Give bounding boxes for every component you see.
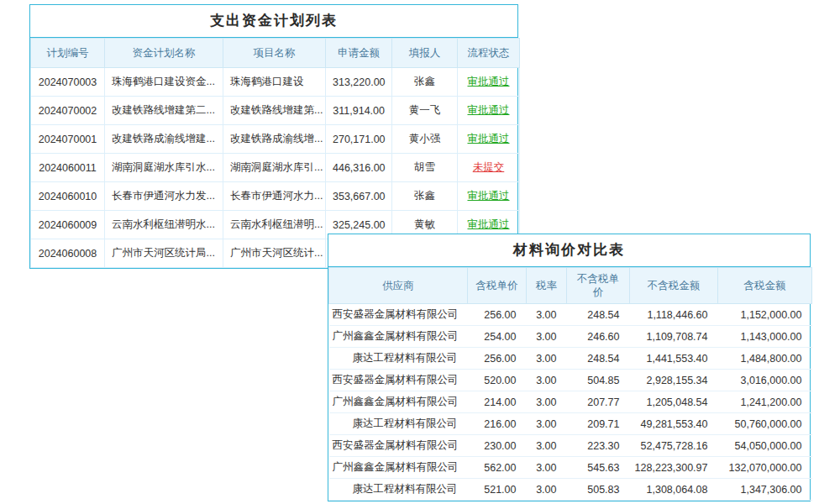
- material-panel-title: 材料询价对比表: [328, 234, 810, 267]
- column-header-tax-rate: 税率: [527, 268, 567, 304]
- tax-rate-value: 3.00: [527, 479, 567, 501]
- column-header-project-name: 项目名称: [223, 39, 326, 68]
- plan-id-link[interactable]: 2024060010: [31, 182, 105, 211]
- net-unit-price-value: 223.30: [567, 435, 630, 457]
- column-header-unit-price: 含税单价: [468, 268, 527, 304]
- unit-price-value: 254.00: [468, 326, 527, 348]
- supplier-name-link[interactable]: 康达工程材料有限公司: [329, 479, 468, 501]
- supplier-name-link[interactable]: 西安盛器金属材料有限公司: [329, 304, 468, 326]
- column-header-amount: 含税金额: [718, 268, 812, 304]
- amount-value: 1,484,800.00: [718, 348, 812, 370]
- amount-value: 3,016,000.00: [718, 370, 812, 391]
- unit-price-value: 562.00: [468, 457, 527, 479]
- net-unit-price-value: 207.77: [567, 391, 630, 413]
- table-row: 2024070002 改建铁路线增建第二... 改建铁路线增建第... 311,…: [31, 97, 520, 125]
- project-name-link[interactable]: 改建铁路线增建第...: [223, 97, 326, 125]
- net-unit-price-value: 504.85: [567, 370, 630, 391]
- column-header-net-unit-price: 不含税单价: [567, 268, 630, 304]
- table-row: 西安盛器金属材料有限公司 230.00 3.00 223.30 52,475,7…: [329, 435, 812, 457]
- table-row: 康达工程材料有限公司 216.00 3.00 209.71 49,281,553…: [329, 413, 812, 435]
- supplier-name-link[interactable]: 康达工程材料有限公司: [329, 413, 468, 435]
- table-row: 广州鑫鑫金属材料有限公司 214.00 3.00 207.77 1,205,04…: [329, 391, 812, 413]
- net-amount-value: 1,441,553.40: [630, 348, 718, 370]
- net-amount-value: 2,928,155.34: [630, 370, 718, 391]
- status-link[interactable]: 审批通过: [468, 133, 510, 144]
- project-name-link[interactable]: 改建铁路成渝线增...: [223, 125, 326, 154]
- supplier-name-link[interactable]: 西安盛器金属材料有限公司: [329, 370, 468, 391]
- tax-rate-value: 3.00: [527, 457, 567, 479]
- expense-plan-panel: 支出资金计划列表 计划编号 资金计划名称 项目名称 申请金额 填报人 流程状态 …: [29, 4, 518, 269]
- table-row: 2024070001 改建铁路成渝线增建... 改建铁路成渝线增... 270,…: [31, 125, 520, 154]
- person-name: 张鑫: [392, 182, 458, 211]
- amount-value: 50,760,000.00: [718, 413, 812, 435]
- net-amount-value: 1,109,708.74: [630, 326, 718, 348]
- unit-price-value: 521.00: [468, 479, 527, 501]
- project-name-link[interactable]: 珠海鹤港口建设: [223, 68, 326, 97]
- amount-value: 1,241,200.00: [718, 391, 812, 413]
- unit-price-value: 256.00: [468, 348, 527, 370]
- net-amount-value: 49,281,553.40: [630, 413, 718, 435]
- unit-price-value: 230.00: [468, 435, 527, 457]
- table-row: 康达工程材料有限公司 256.00 3.00 248.54 1,441,553.…: [329, 348, 812, 370]
- table-row: 康达工程材料有限公司 521.00 3.00 505.83 1,308,064.…: [329, 479, 812, 501]
- materials-table: 供应商 含税单价 税率 不含税单价 不含税金额 含税金额 西安盛器金属材料有限公…: [328, 267, 812, 501]
- plan-name-link[interactable]: 改建铁路成渝线增建...: [105, 125, 223, 154]
- status-link[interactable]: 审批通过: [468, 104, 510, 116]
- unit-price-value: 256.00: [468, 304, 527, 326]
- net-unit-price-value: 505.83: [567, 479, 630, 501]
- plan-name-link[interactable]: 云南水利枢纽潜明水...: [105, 211, 223, 239]
- project-name-link[interactable]: 湖南洞庭湖水库引...: [223, 154, 326, 182]
- status-link[interactable]: 审批通过: [468, 190, 510, 202]
- project-name-link[interactable]: 长春市伊通河水力...: [223, 182, 326, 211]
- plan-name-link[interactable]: 长春市伊通河水力发...: [105, 182, 223, 211]
- plan-id-link[interactable]: 2024070003: [31, 68, 105, 97]
- plan-id-link[interactable]: 2024070002: [31, 97, 105, 125]
- table-row: 2024060011 湖南洞庭湖水库引水... 湖南洞庭湖水库引... 446,…: [31, 154, 520, 182]
- plan-id-link[interactable]: 2024060009: [31, 211, 105, 239]
- column-header-plan-name: 资金计划名称: [105, 39, 223, 68]
- supplier-name-link[interactable]: 康达工程材料有限公司: [329, 348, 468, 370]
- amount-value: 311,914.00: [326, 97, 392, 125]
- amount-value: 132,070,000.00: [718, 457, 812, 479]
- net-amount-value: 128,223,300.97: [630, 457, 718, 479]
- supplier-name-link[interactable]: 西安盛器金属材料有限公司: [329, 435, 468, 457]
- supplier-name-link[interactable]: 广州鑫鑫金属材料有限公司: [329, 326, 468, 348]
- table-row: 广州鑫鑫金属材料有限公司 562.00 3.00 545.63 128,223,…: [329, 457, 812, 479]
- amount-value: 353,667.00: [326, 182, 392, 211]
- unit-price-value: 214.00: [468, 391, 527, 413]
- net-unit-price-value: 248.54: [567, 348, 630, 370]
- status-link[interactable]: 未提交: [473, 161, 505, 173]
- tax-rate-value: 3.00: [527, 391, 567, 413]
- net-amount-value: 52,475,728.16: [630, 435, 718, 457]
- status-link[interactable]: 审批通过: [468, 218, 510, 230]
- supplier-name-link[interactable]: 广州鑫鑫金属材料有限公司: [329, 457, 468, 479]
- plan-id-link[interactable]: 2024060011: [31, 154, 105, 182]
- plan-id-link[interactable]: 2024060008: [31, 239, 105, 268]
- supplier-name-link[interactable]: 广州鑫鑫金属材料有限公司: [329, 391, 468, 413]
- person-name: 黄一飞: [392, 97, 458, 125]
- net-amount-value: 1,205,048.54: [630, 391, 718, 413]
- tax-rate-value: 3.00: [527, 435, 567, 457]
- net-unit-price-value: 545.63: [567, 457, 630, 479]
- tax-rate-value: 3.00: [527, 413, 567, 435]
- project-name-link[interactable]: 广州市天河区统计...: [223, 239, 326, 268]
- plan-name-link[interactable]: 改建铁路线增建第二...: [105, 97, 223, 125]
- plan-name-link[interactable]: 湖南洞庭湖水库引水...: [105, 154, 223, 182]
- amount-value: 270,171.00: [326, 125, 392, 154]
- plan-name-link[interactable]: 珠海鹤港口建设资金...: [105, 68, 223, 97]
- plan-name-link[interactable]: 广州市天河区统计局...: [105, 239, 223, 268]
- table-row: 西安盛器金属材料有限公司 256.00 3.00 248.54 1,118,44…: [329, 304, 812, 326]
- person-name: 胡雪: [392, 154, 458, 182]
- status-link[interactable]: 审批通过: [468, 76, 510, 87]
- amount-value: 1,347,306.00: [718, 479, 812, 501]
- amount-value: 54,050,000.00: [718, 435, 812, 457]
- expense-panel-title: 支出资金计划列表: [30, 5, 517, 38]
- table-row: 2024070003 珠海鹤港口建设资金... 珠海鹤港口建设 313,220.…: [31, 68, 520, 97]
- project-name-link[interactable]: 云南水利枢纽潜明...: [223, 211, 326, 239]
- column-header-plan-id: 计划编号: [31, 39, 105, 68]
- column-header-supplier: 供应商: [329, 268, 468, 304]
- expense-header-row: 计划编号 资金计划名称 项目名称 申请金额 填报人 流程状态: [31, 39, 520, 68]
- amount-value: 1,143,000.00: [718, 326, 812, 348]
- table-row: 广州鑫鑫金属材料有限公司 254.00 3.00 246.60 1,109,70…: [329, 326, 812, 348]
- plan-id-link[interactable]: 2024070001: [31, 125, 105, 154]
